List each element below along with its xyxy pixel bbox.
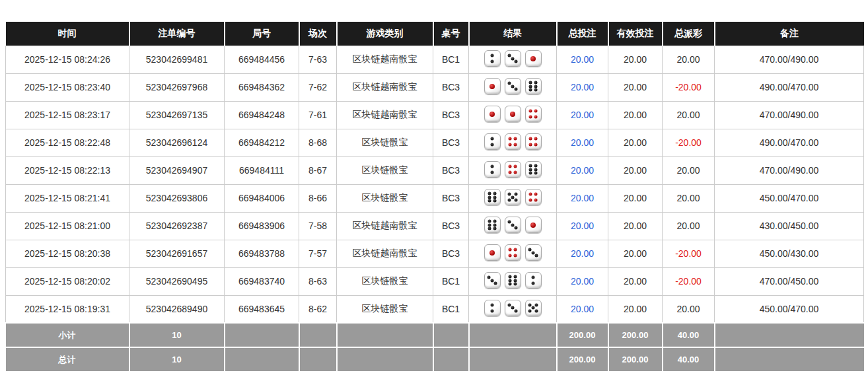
cell-bet_id: 523042694907: [129, 156, 225, 184]
total-bet-link[interactable]: 20.00: [571, 248, 594, 259]
total-bet-link[interactable]: 20.00: [571, 137, 594, 148]
cell-round_id: 669483906: [225, 212, 299, 240]
cell-remark: 490.00/470.00: [715, 73, 864, 101]
cell-result: [469, 267, 557, 295]
cell-time: 2025-12-15 08:23:40: [6, 73, 129, 101]
cell-game_type: 区块链越南骰宝: [337, 101, 433, 129]
cell-time: 2025-12-15 08:22:13: [6, 156, 129, 184]
cell-time: 2025-12-15 08:22:48: [6, 129, 129, 156]
column-header-total_bet: 总投注: [557, 22, 608, 46]
cell-table_no: BC3: [433, 73, 469, 101]
header-row: 时间注单编号局号场次游戏类别桌号结果总投注有效投注总派彩备注: [6, 22, 864, 46]
die-4-icon: [525, 106, 542, 122]
column-header-session: 场次: [299, 22, 337, 46]
dice-result: [484, 244, 542, 261]
payout-value: -20.00: [675, 276, 702, 287]
die-3-icon: [505, 217, 521, 233]
die-4-icon: [505, 133, 521, 150]
total-bet-link[interactable]: 20.00: [571, 54, 594, 65]
subtotal-cell-valid_bet: 200.00: [608, 323, 663, 347]
column-header-bet_id: 注单编号: [129, 22, 225, 46]
cell-time: 2025-12-15 08:24:26: [6, 46, 129, 73]
cell-bet_id: 523042697968: [129, 73, 225, 101]
cell-bet_id: 523042693806: [129, 184, 225, 212]
cell-round_id: 669484006: [225, 184, 299, 212]
table-row: 2025-12-15 08:22:48523042696124669484212…: [6, 129, 864, 156]
cell-total-bet: 20.00: [557, 46, 608, 73]
die-1-icon: [484, 106, 501, 122]
die-6-icon: [525, 78, 542, 94]
payout-value: -20.00: [675, 82, 702, 92]
total-cell-remark: [715, 347, 864, 372]
total-cell-result: [469, 347, 557, 372]
cell-valid_bet: 20.00: [608, 267, 663, 295]
cell-remark: 450.00/430.00: [715, 240, 864, 267]
subtotal-cell-table_no: [433, 323, 469, 347]
table-row: 2025-12-15 08:22:13523042694907669484111…: [6, 156, 864, 184]
dice-result: [484, 161, 542, 178]
bet-records-table: 时间注单编号局号场次游戏类别桌号结果总投注有效投注总派彩备注 2025-12-1…: [5, 22, 864, 372]
payout-value: 20.00: [676, 165, 700, 176]
cell-round_id: 669483740: [225, 267, 299, 295]
die-2-icon: [484, 50, 501, 67]
cell-game_type: 区块链越南骰宝: [337, 73, 433, 101]
cell-session: 7-63: [299, 46, 337, 73]
cell-total-payout: 20.00: [663, 156, 715, 184]
die-2-icon: [484, 161, 501, 178]
total-bet-link[interactable]: 20.00: [571, 110, 594, 120]
table-row: 2025-12-15 08:24:26523042699481669484456…: [6, 46, 864, 73]
cell-time: 2025-12-15 08:23:17: [6, 101, 129, 129]
cell-valid_bet: 20.00: [608, 212, 663, 240]
cell-remark: 470.00/450.00: [715, 267, 864, 295]
cell-bet_id: 523042696124: [129, 129, 225, 156]
cell-valid_bet: 20.00: [608, 129, 663, 156]
cell-valid_bet: 20.00: [608, 184, 663, 212]
payout-value: 20.00: [676, 110, 700, 120]
cell-time: 2025-12-15 08:19:31: [6, 295, 129, 323]
cell-time: 2025-12-15 08:21:00: [6, 212, 129, 240]
table-body: 2025-12-15 08:24:26523042699481669484456…: [6, 46, 864, 323]
total-bet-link[interactable]: 20.00: [571, 304, 594, 314]
total-cell-table_no: [433, 347, 469, 372]
dice-result: [484, 50, 542, 67]
total-label: 总计: [6, 347, 129, 372]
dice-result: [484, 78, 542, 94]
die-4-icon: [505, 161, 521, 178]
table-summary: 小计10200.00200.0040.00总计10200.00200.0040.…: [6, 323, 864, 372]
cell-game_type: 区块链骰宝: [337, 129, 433, 156]
subtotal-cell-total_bet: 200.00: [557, 323, 608, 347]
cell-round_id: 669483645: [225, 295, 299, 323]
total-row: 总计10200.00200.0040.00: [6, 347, 864, 372]
cell-game_type: 区块链骰宝: [337, 267, 433, 295]
cell-table_no: BC3: [433, 156, 469, 184]
payout-value: 20.00: [676, 221, 700, 231]
table-header: 时间注单编号局号场次游戏类别桌号结果总投注有效投注总派彩备注: [6, 22, 864, 46]
die-6-icon: [525, 161, 542, 178]
total-bet-link[interactable]: 20.00: [571, 193, 594, 203]
die-4-icon: [525, 189, 542, 205]
cell-total-payout: 20.00: [663, 184, 715, 212]
table-row: 2025-12-15 08:23:17523042697135669484248…: [6, 101, 864, 129]
total-bet-link[interactable]: 20.00: [571, 165, 594, 176]
total-bet-link[interactable]: 20.00: [571, 276, 594, 287]
total-bet-link[interactable]: 20.00: [571, 82, 594, 92]
table-row: 2025-12-15 08:20:02523042690495669483740…: [6, 267, 864, 295]
dice-result: [484, 189, 542, 205]
total-bet-link[interactable]: 20.00: [571, 221, 594, 231]
column-header-remark: 备注: [715, 22, 864, 46]
die-4-icon: [505, 244, 521, 261]
cell-round_id: 669484111: [225, 156, 299, 184]
column-header-result: 结果: [469, 22, 557, 46]
subtotal-cell-game_type: [337, 323, 433, 347]
total-cell-total_bet: 200.00: [557, 347, 608, 372]
column-header-time: 时间: [6, 22, 129, 46]
cell-session: 7-62: [299, 73, 337, 101]
cell-total-payout: 20.00: [663, 46, 715, 73]
dice-result: [484, 217, 542, 233]
cell-session: 8-63: [299, 267, 337, 295]
cell-table_no: BC1: [433, 295, 469, 323]
cell-total-bet: 20.00: [557, 101, 608, 129]
table-row: 2025-12-15 08:21:00523042692387669483906…: [6, 212, 864, 240]
die-1-icon: [484, 244, 501, 261]
cell-total-bet: 20.00: [557, 184, 608, 212]
